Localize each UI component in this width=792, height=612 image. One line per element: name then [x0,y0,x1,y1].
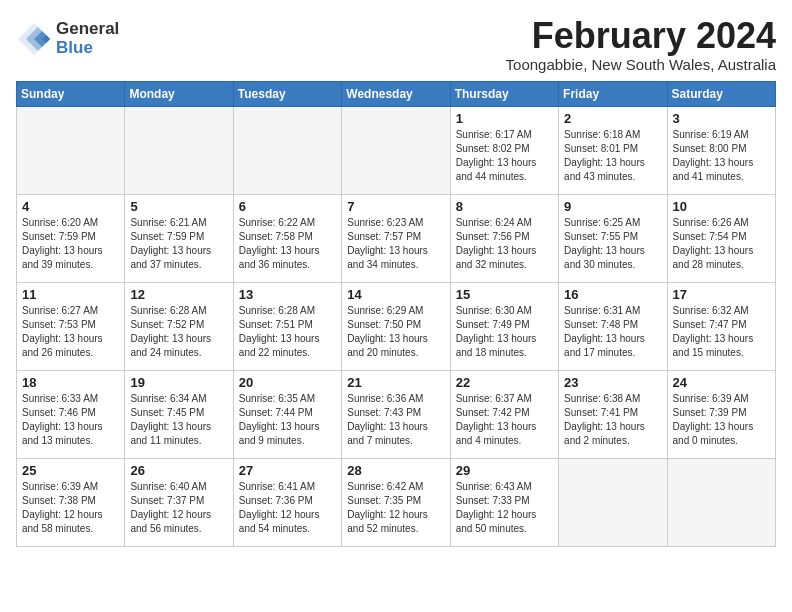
day-number: 12 [130,287,227,302]
calendar-cell: 25Sunrise: 6:39 AMSunset: 7:38 PMDayligh… [17,458,125,546]
day-info: Sunrise: 6:35 AMSunset: 7:44 PMDaylight:… [239,392,336,448]
week-row-1: 1Sunrise: 6:17 AMSunset: 8:02 PMDaylight… [17,106,776,194]
week-row-2: 4Sunrise: 6:20 AMSunset: 7:59 PMDaylight… [17,194,776,282]
title-block: February 2024 Toongabbie, New South Wale… [506,16,776,73]
day-number: 24 [673,375,770,390]
day-number: 23 [564,375,661,390]
day-info: Sunrise: 6:42 AMSunset: 7:35 PMDaylight:… [347,480,444,536]
day-info: Sunrise: 6:32 AMSunset: 7:47 PMDaylight:… [673,304,770,360]
day-info: Sunrise: 6:19 AMSunset: 8:00 PMDaylight:… [673,128,770,184]
day-info: Sunrise: 6:23 AMSunset: 7:57 PMDaylight:… [347,216,444,272]
weekday-header-friday: Friday [559,81,667,106]
calendar-cell: 2Sunrise: 6:18 AMSunset: 8:01 PMDaylight… [559,106,667,194]
day-info: Sunrise: 6:43 AMSunset: 7:33 PMDaylight:… [456,480,553,536]
day-number: 8 [456,199,553,214]
day-info: Sunrise: 6:26 AMSunset: 7:54 PMDaylight:… [673,216,770,272]
day-number: 27 [239,463,336,478]
day-info: Sunrise: 6:28 AMSunset: 7:52 PMDaylight:… [130,304,227,360]
day-number: 5 [130,199,227,214]
day-info: Sunrise: 6:40 AMSunset: 7:37 PMDaylight:… [130,480,227,536]
location: Toongabbie, New South Wales, Australia [506,56,776,73]
day-info: Sunrise: 6:37 AMSunset: 7:42 PMDaylight:… [456,392,553,448]
day-info: Sunrise: 6:31 AMSunset: 7:48 PMDaylight:… [564,304,661,360]
calendar-cell [559,458,667,546]
day-number: 19 [130,375,227,390]
calendar-cell: 28Sunrise: 6:42 AMSunset: 7:35 PMDayligh… [342,458,450,546]
calendar-cell: 23Sunrise: 6:38 AMSunset: 7:41 PMDayligh… [559,370,667,458]
day-number: 15 [456,287,553,302]
day-info: Sunrise: 6:24 AMSunset: 7:56 PMDaylight:… [456,216,553,272]
calendar-cell: 27Sunrise: 6:41 AMSunset: 7:36 PMDayligh… [233,458,341,546]
day-number: 6 [239,199,336,214]
day-number: 25 [22,463,119,478]
day-number: 26 [130,463,227,478]
logo-icon [16,21,52,57]
calendar-cell: 6Sunrise: 6:22 AMSunset: 7:58 PMDaylight… [233,194,341,282]
weekday-header-wednesday: Wednesday [342,81,450,106]
day-number: 22 [456,375,553,390]
logo-blue: Blue [56,39,119,58]
day-number: 17 [673,287,770,302]
calendar-cell: 12Sunrise: 6:28 AMSunset: 7:52 PMDayligh… [125,282,233,370]
calendar-cell: 7Sunrise: 6:23 AMSunset: 7:57 PMDaylight… [342,194,450,282]
calendar-cell [342,106,450,194]
calendar-cell: 1Sunrise: 6:17 AMSunset: 8:02 PMDaylight… [450,106,558,194]
weekday-header-monday: Monday [125,81,233,106]
day-number: 4 [22,199,119,214]
day-number: 10 [673,199,770,214]
logo-general: General [56,20,119,39]
day-info: Sunrise: 6:22 AMSunset: 7:58 PMDaylight:… [239,216,336,272]
day-info: Sunrise: 6:25 AMSunset: 7:55 PMDaylight:… [564,216,661,272]
day-number: 21 [347,375,444,390]
day-info: Sunrise: 6:39 AMSunset: 7:39 PMDaylight:… [673,392,770,448]
calendar-cell [233,106,341,194]
month-year: February 2024 [506,16,776,56]
calendar-cell: 17Sunrise: 6:32 AMSunset: 7:47 PMDayligh… [667,282,775,370]
weekday-header-sunday: Sunday [17,81,125,106]
calendar-cell: 4Sunrise: 6:20 AMSunset: 7:59 PMDaylight… [17,194,125,282]
day-number: 16 [564,287,661,302]
calendar-cell: 20Sunrise: 6:35 AMSunset: 7:44 PMDayligh… [233,370,341,458]
day-info: Sunrise: 6:20 AMSunset: 7:59 PMDaylight:… [22,216,119,272]
calendar-cell [17,106,125,194]
calendar-cell: 29Sunrise: 6:43 AMSunset: 7:33 PMDayligh… [450,458,558,546]
day-info: Sunrise: 6:38 AMSunset: 7:41 PMDaylight:… [564,392,661,448]
day-info: Sunrise: 6:34 AMSunset: 7:45 PMDaylight:… [130,392,227,448]
day-number: 18 [22,375,119,390]
calendar-cell: 5Sunrise: 6:21 AMSunset: 7:59 PMDaylight… [125,194,233,282]
calendar-table: SundayMondayTuesdayWednesdayThursdayFrid… [16,81,776,547]
day-number: 3 [673,111,770,126]
day-number: 2 [564,111,661,126]
calendar-cell: 13Sunrise: 6:28 AMSunset: 7:51 PMDayligh… [233,282,341,370]
calendar-cell: 8Sunrise: 6:24 AMSunset: 7:56 PMDaylight… [450,194,558,282]
day-info: Sunrise: 6:17 AMSunset: 8:02 PMDaylight:… [456,128,553,184]
weekday-header-tuesday: Tuesday [233,81,341,106]
weekday-header-thursday: Thursday [450,81,558,106]
calendar-cell: 11Sunrise: 6:27 AMSunset: 7:53 PMDayligh… [17,282,125,370]
calendar-cell: 18Sunrise: 6:33 AMSunset: 7:46 PMDayligh… [17,370,125,458]
calendar-cell: 16Sunrise: 6:31 AMSunset: 7:48 PMDayligh… [559,282,667,370]
day-info: Sunrise: 6:29 AMSunset: 7:50 PMDaylight:… [347,304,444,360]
calendar-cell: 10Sunrise: 6:26 AMSunset: 7:54 PMDayligh… [667,194,775,282]
calendar-cell: 26Sunrise: 6:40 AMSunset: 7:37 PMDayligh… [125,458,233,546]
day-number: 20 [239,375,336,390]
day-number: 29 [456,463,553,478]
day-number: 11 [22,287,119,302]
day-number: 9 [564,199,661,214]
day-info: Sunrise: 6:27 AMSunset: 7:53 PMDaylight:… [22,304,119,360]
calendar-cell: 15Sunrise: 6:30 AMSunset: 7:49 PMDayligh… [450,282,558,370]
calendar-cell: 22Sunrise: 6:37 AMSunset: 7:42 PMDayligh… [450,370,558,458]
week-row-3: 11Sunrise: 6:27 AMSunset: 7:53 PMDayligh… [17,282,776,370]
day-info: Sunrise: 6:33 AMSunset: 7:46 PMDaylight:… [22,392,119,448]
day-number: 14 [347,287,444,302]
calendar-cell: 3Sunrise: 6:19 AMSunset: 8:00 PMDaylight… [667,106,775,194]
week-row-4: 18Sunrise: 6:33 AMSunset: 7:46 PMDayligh… [17,370,776,458]
day-info: Sunrise: 6:28 AMSunset: 7:51 PMDaylight:… [239,304,336,360]
day-info: Sunrise: 6:30 AMSunset: 7:49 PMDaylight:… [456,304,553,360]
week-row-5: 25Sunrise: 6:39 AMSunset: 7:38 PMDayligh… [17,458,776,546]
day-info: Sunrise: 6:18 AMSunset: 8:01 PMDaylight:… [564,128,661,184]
calendar-cell: 24Sunrise: 6:39 AMSunset: 7:39 PMDayligh… [667,370,775,458]
weekday-header-row: SundayMondayTuesdayWednesdayThursdayFrid… [17,81,776,106]
weekday-header-saturday: Saturday [667,81,775,106]
day-number: 7 [347,199,444,214]
